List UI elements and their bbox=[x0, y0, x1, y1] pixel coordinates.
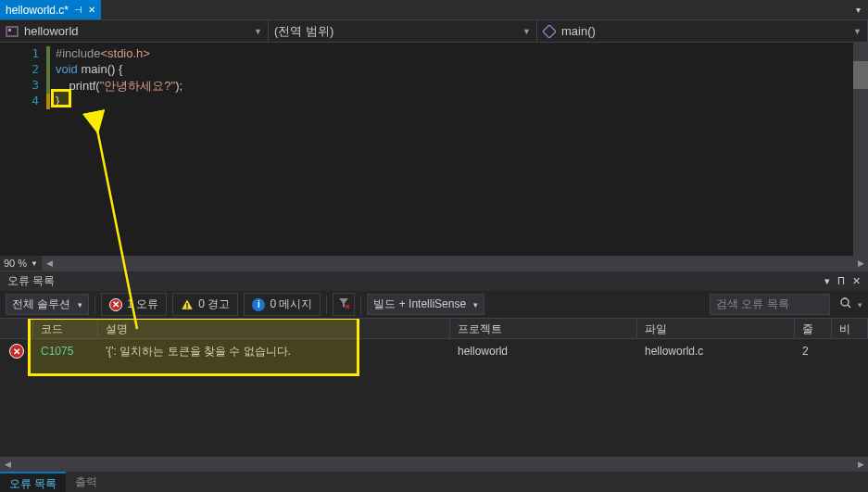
error-icon: ✕ bbox=[109, 298, 122, 311]
scrollbar-thumb[interactable] bbox=[853, 61, 868, 89]
warnings-filter-button[interactable]: ! 0 경고 bbox=[172, 293, 238, 316]
scroll-left-button[interactable]: ◀ bbox=[0, 457, 15, 472]
svg-line-8 bbox=[848, 305, 850, 308]
scope-label: helloworld bbox=[24, 24, 79, 38]
errors-count: 1 오류 bbox=[127, 296, 158, 312]
chevron-down-icon: ▾ bbox=[78, 300, 82, 309]
search-icon[interactable] bbox=[839, 296, 852, 313]
close-icon[interactable]: ✕ bbox=[852, 275, 861, 287]
tab-filename: helloworld.c* bbox=[6, 4, 69, 17]
zoom-dropdown[interactable]: 90 % ▼ bbox=[0, 256, 42, 271]
vertical-scrollbar[interactable] bbox=[853, 43, 868, 256]
error-file: helloworld.c bbox=[637, 342, 795, 360]
pin-icon[interactable]: ⊣ bbox=[74, 5, 82, 15]
errors-filter-button[interactable]: ✕ 1 오류 bbox=[101, 293, 167, 316]
code-line: void main() { bbox=[56, 62, 868, 78]
bottom-tab-bar: 오류 목록 출력 bbox=[0, 472, 868, 492]
grid-header-description[interactable]: 설명 bbox=[98, 319, 450, 338]
search-placeholder: 검색 오류 목록 bbox=[716, 296, 824, 312]
svg-point-7 bbox=[841, 298, 849, 306]
tab-overflow-button[interactable]: ▾ bbox=[849, 0, 868, 19]
grid-header-icon[interactable] bbox=[0, 319, 33, 338]
editor-status-bar: 90 % ▼ ◀ ▶ bbox=[0, 256, 868, 271]
error-list-titlebar: 오류 목록 ▾ П ✕ bbox=[0, 271, 868, 291]
error-row[interactable]: ✕ C1075 '{': 일치하는 토큰을 찾을 수 없습니다. hellowo… bbox=[0, 339, 868, 363]
panel-dropdown-icon[interactable]: ▾ bbox=[824, 275, 830, 287]
method-icon bbox=[543, 25, 556, 38]
error-line: 2 bbox=[795, 342, 832, 360]
grid-header-line[interactable]: 줄 bbox=[795, 319, 832, 338]
build-filter-dropdown[interactable]: 빌드 + IntelliSense ▾ bbox=[367, 294, 484, 315]
separator bbox=[94, 296, 95, 314]
document-tab-bar: helloworld.c* ⊣ ✕ ▾ bbox=[0, 0, 868, 20]
document-tab-active[interactable]: helloworld.c* ⊣ ✕ bbox=[0, 0, 101, 19]
scope-dropdown[interactable]: helloworld ▼ bbox=[0, 20, 269, 42]
separator bbox=[326, 296, 327, 314]
chevron-down-icon: ▼ bbox=[254, 27, 262, 36]
class-label: (전역 범위) bbox=[274, 23, 333, 40]
grid-header-file[interactable]: 파일 bbox=[637, 319, 795, 338]
code-line: printf("안녕하세요?"); bbox=[56, 78, 868, 94]
error-row-icon-cell: ✕ bbox=[0, 341, 33, 361]
code-line: } bbox=[56, 94, 868, 109]
chevron-down-icon: ▼ bbox=[31, 259, 38, 268]
class-dropdown[interactable]: (전역 범위) ▼ bbox=[269, 20, 537, 42]
pin-icon[interactable]: П bbox=[837, 275, 845, 287]
member-dropdown[interactable]: main() ▼ bbox=[537, 20, 868, 42]
tab-output[interactable]: 출력 bbox=[66, 472, 107, 492]
messages-filter-button[interactable]: i 0 메시지 bbox=[244, 293, 321, 316]
panel-horizontal-scrollbar[interactable]: ◀ ▶ bbox=[0, 457, 868, 472]
error-list-grid: 코드 설명 프로젝트 파일 줄 비 ✕ C1075 '{': 일치하는 토큰을 … bbox=[0, 319, 868, 457]
warning-icon: ! bbox=[181, 298, 194, 311]
info-icon: i bbox=[252, 298, 265, 311]
member-label: main() bbox=[561, 24, 596, 38]
grid-header-project[interactable]: 프로젝트 bbox=[450, 319, 637, 338]
chevron-down-icon: ▼ bbox=[522, 27, 531, 36]
chevron-down-icon: ▾ bbox=[473, 300, 478, 309]
messages-count: 0 메시지 bbox=[270, 296, 312, 312]
separator bbox=[360, 296, 361, 314]
code-content[interactable]: #include<stdio.h> void main() { printf("… bbox=[56, 43, 868, 256]
scroll-right-button[interactable]: ▶ bbox=[853, 457, 868, 472]
solution-filter-dropdown[interactable]: 전체 솔루션 ▾ bbox=[6, 294, 89, 315]
search-dropdown-icon[interactable]: ▾ bbox=[858, 300, 862, 309]
error-project: helloworld bbox=[450, 342, 637, 360]
project-icon bbox=[6, 25, 19, 38]
error-description: '{': 일치하는 토큰을 찾을 수 없습니다. bbox=[98, 341, 450, 362]
scroll-left-button[interactable]: ◀ bbox=[42, 256, 57, 271]
warnings-count: 0 경고 bbox=[198, 296, 230, 312]
grid-header-row: 코드 설명 프로젝트 파일 줄 비 bbox=[0, 319, 868, 339]
scroll-right-button[interactable]: ▶ bbox=[853, 256, 868, 271]
solution-filter-label: 전체 솔루션 bbox=[12, 296, 70, 312]
error-code: C1075 bbox=[33, 342, 98, 360]
tab-error-list[interactable]: 오류 목록 bbox=[0, 472, 66, 492]
panel-title-text: 오류 목록 bbox=[7, 273, 55, 289]
navigation-bar: helloworld ▼ (전역 범위) ▼ main() ▼ bbox=[0, 20, 868, 43]
svg-text:!: ! bbox=[186, 301, 189, 310]
horizontal-scrollbar[interactable] bbox=[57, 256, 853, 271]
svg-rect-2 bbox=[543, 25, 556, 38]
build-filter-label: 빌드 + IntelliSense bbox=[373, 296, 466, 312]
code-line: #include<stdio.h> bbox=[56, 46, 868, 62]
svg-rect-0 bbox=[6, 27, 18, 36]
svg-rect-1 bbox=[8, 29, 11, 32]
filter-clear-icon bbox=[337, 296, 350, 312]
clear-filter-button[interactable] bbox=[333, 293, 355, 316]
zoom-value: 90 % bbox=[4, 258, 27, 269]
search-input[interactable]: 검색 오류 목록 bbox=[710, 294, 830, 315]
close-icon[interactable]: ✕ bbox=[88, 5, 95, 15]
error-icon: ✕ bbox=[9, 344, 24, 359]
scrollbar-track[interactable] bbox=[15, 457, 853, 472]
grid-header-suppression[interactable]: 비 bbox=[832, 319, 868, 338]
code-editor[interactable]: 1 2 3 4 #include<stdio.h> void main() { … bbox=[0, 43, 868, 256]
error-list-toolbar: 전체 솔루션 ▾ ✕ 1 오류 ! 0 경고 i 0 메시지 빌드 + Inte… bbox=[0, 291, 868, 319]
grid-header-code[interactable]: 코드 bbox=[33, 319, 98, 338]
chevron-down-icon: ▼ bbox=[853, 27, 862, 36]
